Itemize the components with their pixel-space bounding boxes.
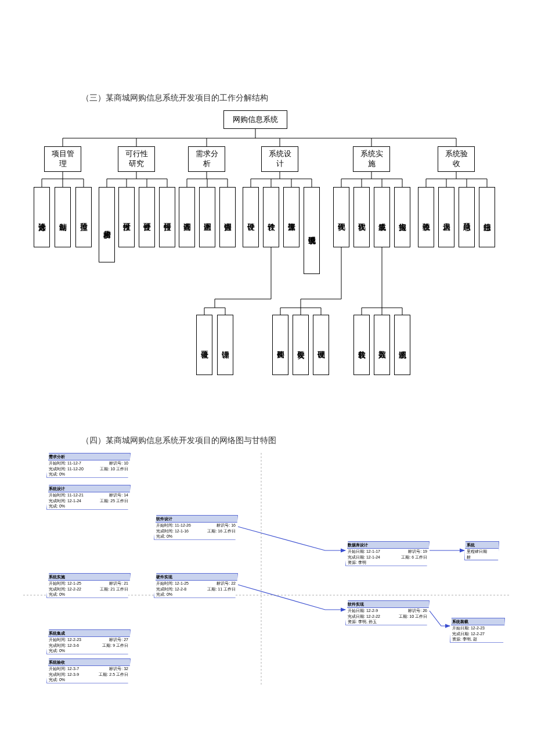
net-card-c7: 硬件实现开始时间: 12-1-25标识号: 22完成时间: 12-2-8工期: … [154, 573, 238, 598]
net-card-c10: 系统集成开始时间: 12-2-23标识号: 27完成时间: 12-3-6工期: … [46, 629, 131, 654]
wbs-c-1: 网上调查 [199, 187, 215, 247]
wbs-f-2: 项目总结 [459, 187, 475, 247]
wbs-l1-5: 系统验收 [438, 146, 475, 172]
wbs-l1-2: 需求分析 [188, 146, 225, 172]
wbs-e-1: 软件实现 [353, 187, 370, 247]
wbs-e1-2: 系统测试 [394, 315, 410, 375]
net-card-c6: 系统实施开始时间: 12-1-25标识号: 21完成时间: 12-2-22工期:… [46, 573, 131, 598]
wbs-e-3: 实施报告 [394, 187, 410, 247]
wbs-d-0: 硬件设计 [243, 187, 259, 247]
wbs-d1-0: 概要设计 [196, 315, 212, 375]
wbs-l1-4: 系统实施 [353, 146, 390, 172]
net-card-c11: 系统验收开始时间: 12-3-7标识号: 32完成时间: 12-3-9工期: 2… [46, 658, 131, 683]
wbs-d-3: 系统设计说明书 [304, 187, 320, 274]
wbs-b-0: 初步需求分析 [99, 187, 115, 262]
wbs-diagram: 网购信息系统 项目管理 可行性研究 需求分析 系统设计 系统实施 系统验收 选择… [23, 110, 511, 435]
wbs-e-0: 硬件实现 [333, 187, 349, 247]
wbs-a-1: 编制计划 [55, 187, 71, 247]
wbs-l1-0: 项目管理 [44, 146, 81, 172]
wbs-f-0: 系统验收 [418, 187, 434, 247]
wbs-d2-0: 硬件购买 [272, 315, 288, 375]
wbs-d-1: 软件设计 [263, 187, 279, 247]
wbs-e1-1: 数据导入 [374, 315, 390, 375]
wbs-d1-1: 详细设计 [217, 315, 233, 375]
wbs-a-2: 项目监控 [75, 187, 92, 247]
section-3-heading: （三）某商城网购信息系统开发项目的工作分解结构 [81, 93, 511, 103]
net-card-c1: 需求分析开始时间: 11-12-7标识号: 10完成时间: 11-12-20工期… [46, 453, 131, 478]
wbs-b-2: 资金可行性 [139, 187, 155, 247]
wbs-e1-0: 软件装载 [353, 315, 370, 375]
wbs-f-1: 人员培训 [438, 187, 454, 247]
section-4-heading: （四）某商城网购信息系统开发项目的网络图与甘特图 [81, 435, 511, 446]
net-card-c4: 数据库设计开始日期: 12-1-17标识号: 19完成日期: 12-1-24工期… [345, 541, 430, 566]
wbs-d-2: 数据库设计 [283, 187, 300, 247]
wbs-b-3: 可行性报告 [159, 187, 175, 247]
wbs-root: 网购信息系统 [223, 110, 287, 129]
wbs-b-1: 技术可行性 [118, 187, 135, 247]
wbs-c-2: 调查报告 [219, 187, 236, 247]
network-diagram: 需求分析开始时间: 11-12-7标识号: 10完成时间: 11-12-20工期… [23, 453, 511, 685]
net-card-c9: 系统装载开始日期: 12-2-23 完成日期: 12-2-27 资源: 李明, … [450, 618, 505, 643]
wbs-l1-1: 可行性研究 [118, 146, 155, 172]
net-card-c8: 软件实现开始日期: 12-2-9标识号: 26完成日期: 12-2-22工期: … [345, 600, 430, 625]
net-card-c5: 系统里程碑日期 标 [464, 541, 499, 560]
wbs-d2-2: 硬件调试 [313, 315, 329, 375]
wbs-a-0: 选择方法论 [34, 187, 50, 247]
wbs-d2-1: 硬件安装 [293, 315, 309, 375]
wbs-l1-3: 系统设计 [261, 146, 298, 172]
net-card-c3: 软件设计开始时间: 11-12-26标识号: 16完成时间: 12-1-16工期… [154, 515, 238, 540]
wbs-c-0: 问卷调查 [179, 187, 195, 247]
wbs-f-3: 总结报告 [479, 187, 495, 247]
net-card-c2: 系统设计开始时间: 11-12-21标识号: 14完成时间: 12-1-24工期… [46, 485, 131, 510]
wbs-e-2: 系统集成 [374, 187, 390, 247]
